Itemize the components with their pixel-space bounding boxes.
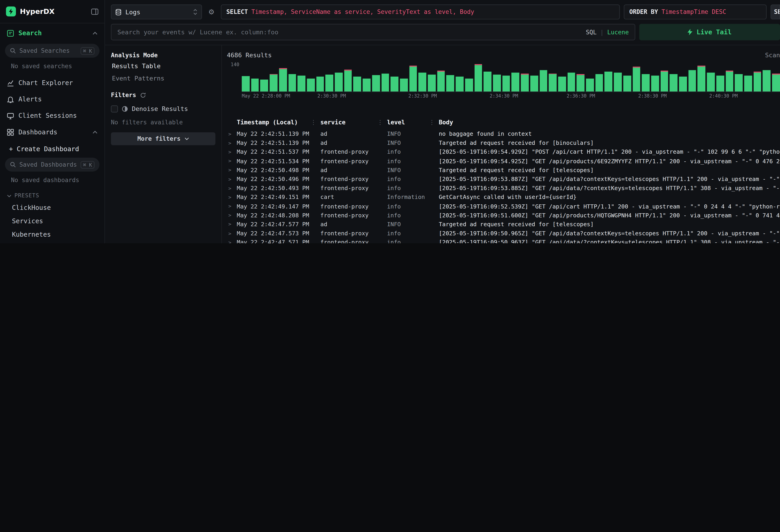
preset-services[interactable]: Services [0, 214, 104, 228]
histogram-bar[interactable] [632, 66, 640, 91]
row-expand-icon[interactable]: > [227, 185, 237, 191]
histogram-bar[interactable] [484, 71, 491, 91]
preset-clickhouse[interactable]: ClickHouse [0, 201, 104, 214]
histogram-bar[interactable] [288, 74, 296, 92]
histogram-bar[interactable] [577, 74, 584, 91]
histogram-bar[interactable] [521, 74, 529, 92]
histogram-bar[interactable] [298, 76, 305, 92]
log-row[interactable]: >May 22 2:42:51.139 PMadINFOno baggage f… [227, 129, 780, 139]
create-dashboard-button[interactable]: + Create Dashboard [0, 140, 104, 156]
column-header-timestamp[interactable]: Timestamp (Local)⋮ [237, 119, 321, 126]
histogram-bar[interactable] [763, 70, 771, 92]
log-row[interactable]: >May 22 2:42:51.534 PMfrontend-proxyinfo… [227, 156, 780, 165]
histogram-bar[interactable] [465, 79, 473, 92]
row-expand-icon[interactable]: > [227, 194, 237, 200]
log-row[interactable]: >May 22 2:42:50.498 PMadINFOTargeted ad … [227, 165, 780, 175]
histogram-bar[interactable] [493, 74, 501, 91]
histogram-bar[interactable] [307, 79, 315, 92]
sidebar-item-client-sessions[interactable]: Client Sessions [0, 107, 104, 124]
histogram-bar[interactable] [744, 76, 752, 92]
histogram-bar[interactable] [474, 64, 482, 92]
histogram-bar[interactable] [707, 72, 715, 91]
histogram-bar[interactable] [242, 76, 249, 91]
row-expand-icon[interactable]: > [227, 167, 237, 173]
histogram-bar[interactable] [595, 74, 603, 92]
mode-event-patterns[interactable]: Event Patterns [111, 71, 215, 84]
log-row[interactable]: >May 22 2:42:50.493 PMfrontend-proxyinfo… [227, 184, 780, 193]
histogram-bar[interactable] [772, 74, 780, 92]
query-language-toggle[interactable]: SQL | Lucene [586, 29, 629, 36]
chevron-up-icon[interactable] [93, 131, 98, 134]
histogram-bar[interactable] [558, 77, 566, 92]
more-filters-button[interactable]: More filters [111, 132, 215, 145]
histogram-bar[interactable] [614, 72, 622, 91]
histogram-bar[interactable] [419, 72, 426, 91]
histogram-bar[interactable] [270, 74, 278, 92]
histogram-bar[interactable] [391, 77, 398, 92]
histogram-bar[interactable] [567, 72, 575, 91]
log-row[interactable]: >May 22 2:42:50.496 PMfrontend-proxyinfo… [227, 175, 780, 184]
histogram-bar[interactable] [344, 70, 352, 91]
histogram-bar[interactable] [335, 72, 342, 91]
histogram-bar[interactable] [353, 77, 361, 91]
histogram-bar[interactable] [623, 76, 631, 92]
sidebar-item-chart-explorer[interactable]: Chart Explorer [0, 75, 104, 91]
log-row[interactable]: >May 22 2:42:48.208 PMfrontend-proxyinfo… [227, 211, 780, 220]
denoise-results-option[interactable]: Denoise Results [111, 105, 215, 112]
sidebar-collapse-icon[interactable] [91, 8, 98, 14]
histogram-bar[interactable] [437, 71, 445, 92]
presets-header[interactable]: PRESETS [0, 189, 104, 201]
source-selector[interactable]: Logs [111, 5, 202, 19]
row-expand-icon[interactable]: > [227, 203, 237, 209]
row-expand-icon[interactable]: > [227, 149, 237, 155]
column-header-level[interactable]: level⋮ [387, 119, 439, 126]
log-row[interactable]: >May 22 2:42:51.139 PMadINFOTargeted ad … [227, 139, 780, 148]
sidebar-item-alerts[interactable]: Alerts [0, 91, 104, 107]
histogram-bar[interactable] [679, 77, 687, 92]
histogram-bar[interactable] [428, 74, 436, 91]
histogram-bar[interactable] [456, 77, 464, 92]
histogram-bar[interactable] [726, 71, 733, 92]
histogram-bar[interactable] [530, 76, 538, 92]
histogram-bar[interactable] [279, 68, 287, 91]
histogram-bar[interactable] [372, 75, 380, 92]
histogram-bar[interactable] [381, 74, 389, 92]
histogram-bar[interactable] [316, 77, 324, 92]
histogram-bar[interactable] [661, 71, 668, 92]
row-expand-icon[interactable]: > [227, 140, 237, 146]
denoise-checkbox[interactable] [111, 105, 118, 112]
histogram-bar[interactable] [642, 74, 649, 92]
row-expand-icon[interactable]: > [227, 222, 237, 227]
histogram-bar[interactable] [539, 70, 547, 92]
live-tail-button[interactable]: Live Tail [639, 24, 780, 40]
row-expand-icon[interactable]: > [227, 131, 237, 137]
sidebar-item-dashboards[interactable]: Dashboards [0, 124, 104, 140]
histogram-bar[interactable] [586, 79, 594, 92]
row-expand-icon[interactable]: > [227, 158, 237, 164]
mode-results-table[interactable]: Results Table [111, 59, 215, 71]
log-row[interactable]: >May 22 2:42:47.573 PMfrontend-proxyinfo… [227, 229, 780, 238]
column-menu-icon[interactable]: ⋮ [310, 119, 316, 126]
row-expand-icon[interactable]: > [227, 212, 237, 218]
histogram-bar[interactable] [260, 80, 268, 92]
saved-searches-input[interactable]: Saved Searches ⌘ K [5, 44, 100, 58]
log-row[interactable]: >May 22 2:42:47.577 PMadINFOTargeted ad … [227, 220, 780, 229]
source-settings-gear-icon[interactable]: ⚙ [206, 6, 217, 17]
histogram-bar[interactable] [511, 72, 520, 91]
histogram-bar[interactable] [670, 74, 677, 92]
histogram-bar[interactable] [651, 76, 659, 92]
column-header-body[interactable]: Body [439, 119, 780, 126]
order-by-input[interactable]: ORDER BY TimestampTime DESC [624, 5, 767, 19]
select-columns-input[interactable]: SELECT Timestamp, ServiceName as service… [221, 5, 620, 19]
histogram-bar[interactable] [326, 74, 333, 91]
histogram-bar[interactable] [605, 71, 613, 91]
toggle-lucene[interactable]: Lucene [607, 29, 629, 36]
refresh-icon[interactable] [140, 92, 146, 98]
search-button[interactable]: SEARCH [771, 5, 780, 19]
chevron-up-icon[interactable] [93, 32, 98, 35]
histogram-bar[interactable] [735, 74, 743, 92]
histogram-bar[interactable] [409, 65, 417, 92]
column-menu-icon[interactable]: ⋮ [377, 119, 383, 126]
saved-dashboards-input[interactable]: Saved Dashboards ⌘ K [5, 157, 100, 172]
event-search-input[interactable]: Search your events w/ Lucene ex. column:… [111, 24, 635, 40]
